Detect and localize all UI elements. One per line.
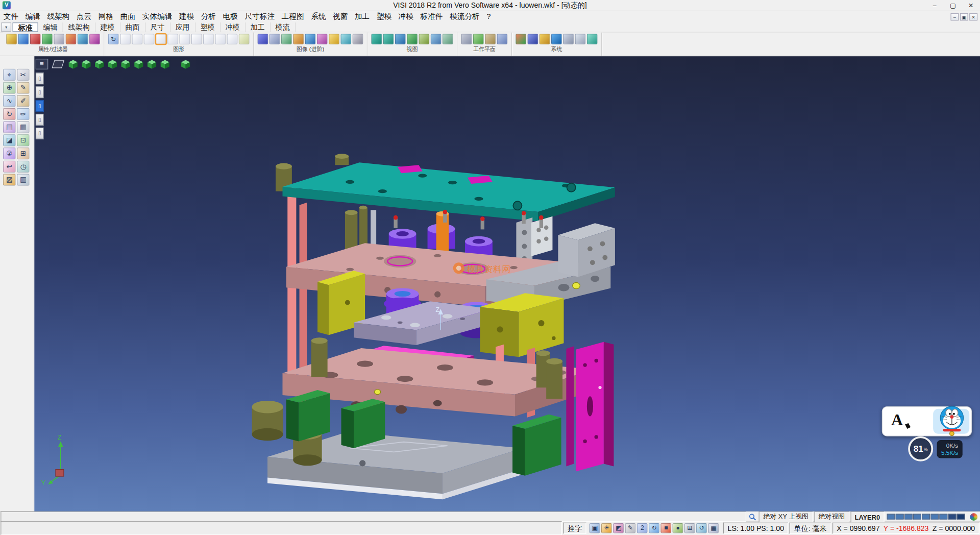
ribbon-tab[interactable]: 曲面 [120, 22, 145, 31]
desktop-helper-widget[interactable]: A [882, 406, 977, 465]
previous-view-icon[interactable] [419, 34, 429, 44]
workplane-align-icon[interactable] [485, 34, 496, 44]
menu-item[interactable]: 编辑 [22, 11, 44, 22]
menu-item[interactable]: 分析 [198, 11, 219, 22]
ribbon-tab[interactable]: 编辑 [38, 22, 63, 31]
mdi-minimize-button[interactable]: ‒ [950, 13, 959, 20]
zoom-all-icon[interactable] [371, 34, 382, 44]
ribbon-tab[interactable]: 模流 [271, 22, 296, 31]
lock-indicator[interactable]: 拴字 [564, 523, 586, 534]
tab-dropdown-button[interactable]: ▾ [1, 22, 11, 31]
view-bottom-icon[interactable] [147, 59, 157, 69]
palette-icon[interactable]: ▨ [3, 174, 15, 185]
stack-icon[interactable]: ▤ [3, 121, 15, 133]
menu-item[interactable]: 冲模 [395, 11, 417, 22]
menu-item[interactable]: 实体编辑 [139, 11, 176, 22]
doc-surface-icon[interactable] [191, 34, 202, 44]
layer-color-swatch[interactable] [939, 514, 947, 520]
menu-item[interactable]: 线架构 [44, 11, 74, 22]
regen-graphics-icon[interactable]: ↻ [108, 34, 119, 44]
ribbon-tab[interactable]: 应用 [170, 22, 195, 31]
menu-item[interactable]: 电极 [219, 11, 241, 22]
system-display-icon[interactable] [587, 34, 598, 44]
grid-toggle-icon[interactable]: ⊞ [684, 523, 695, 533]
layer-color-swatch[interactable] [930, 514, 939, 520]
multi-view-icon[interactable] [443, 34, 453, 44]
ribbon-tab[interactable]: 线架构 [63, 22, 95, 31]
measure-icon[interactable]: ⊞ [17, 148, 29, 159]
plane-view-icon[interactable] [52, 60, 64, 68]
workplane-icon[interactable] [461, 34, 472, 44]
sketch-icon[interactable]: ✐ [17, 95, 29, 107]
ribbon-tab[interactable]: 冲模 [220, 22, 246, 31]
menu-item[interactable]: 工程图 [278, 11, 308, 22]
hidden-line-icon[interactable] [281, 34, 292, 44]
pencil-icon[interactable]: ✎ [625, 523, 636, 533]
doc-solid-icon[interactable] [203, 34, 214, 44]
zoom-window-icon[interactable] [383, 34, 394, 44]
refresh-icon[interactable]: ↻ [649, 523, 659, 533]
view-right-icon[interactable] [120, 59, 131, 69]
wireframe-render-icon[interactable] [270, 34, 280, 44]
two-tool-icon[interactable]: ② [3, 148, 15, 159]
doc-points-icon[interactable] [215, 34, 226, 44]
select-filter-icon[interactable] [42, 34, 53, 44]
doc-mesh-icon[interactable] [167, 34, 178, 44]
workplane-view-icon[interactable] [497, 34, 507, 44]
close-button[interactable]: ✕ [962, 0, 980, 11]
layer-filter-icon[interactable] [54, 34, 64, 44]
layer-color-swatch[interactable] [913, 514, 921, 520]
sheet-toggle-1[interactable]: ▯ [36, 72, 44, 84]
shaded-render-icon[interactable] [257, 34, 268, 44]
clipboard-icon[interactable]: ▥ [17, 174, 29, 185]
mdi-close-button[interactable]: ✕ [969, 13, 977, 20]
palette-icon[interactable]: ◩ [613, 523, 624, 533]
sheet-toggle-2[interactable]: ▯ [36, 86, 44, 98]
menu-item[interactable]: 视窗 [329, 11, 351, 22]
transparency-icon[interactable] [340, 34, 351, 44]
filter-brush-icon[interactable] [18, 34, 29, 44]
doc-new-icon[interactable] [120, 34, 131, 44]
rotate-view-icon[interactable] [407, 34, 418, 44]
properties-icon[interactable] [6, 34, 17, 44]
absolute-view-indicator[interactable]: 绝对视图 [814, 511, 849, 522]
visibility-filter-icon[interactable] [78, 34, 88, 44]
table-icon[interactable]: ▦ [708, 523, 719, 533]
zoom-image-icon[interactable] [305, 34, 316, 44]
menu-item[interactable]: 塑模 [373, 11, 395, 22]
view-mode-indicator[interactable]: 绝对 XY 上视图 [759, 511, 813, 522]
view-left-icon[interactable] [108, 59, 118, 69]
doc-cylinder-icon[interactable] [132, 34, 142, 44]
orbit-icon[interactable]: ↺ [696, 523, 707, 533]
maximize-button[interactable]: ▢ [944, 0, 962, 11]
network-speed-badge[interactable]: 0K/s 5.5K/s [937, 440, 963, 458]
history-icon[interactable]: ◷ [17, 161, 29, 173]
edit-icon[interactable]: ✏ [17, 108, 29, 120]
ribbon-tab[interactable]: 塑模 [195, 22, 220, 31]
system-colors-icon[interactable] [516, 34, 526, 44]
solids-icon[interactable]: ◪ [3, 134, 15, 146]
solid-box-icon[interactable]: ■ [661, 523, 672, 533]
doc-prism-icon[interactable] [144, 34, 155, 44]
doc-curve-icon[interactable] [179, 34, 190, 44]
ribbon-tab[interactable]: 建模 [95, 22, 120, 31]
system-grid-icon[interactable] [527, 34, 538, 44]
system-calc-icon[interactable] [575, 34, 586, 44]
brightness-icon[interactable]: ☀ [601, 523, 612, 533]
ribbon-tab[interactable]: 加工 [246, 22, 271, 31]
monitor-icon[interactable]: ▣ [590, 523, 600, 533]
view-axon-icon[interactable] [160, 59, 170, 69]
menu-item[interactable]: 文件 [0, 11, 22, 22]
menu-item[interactable]: 网格 [95, 11, 117, 22]
view-back-icon[interactable] [94, 59, 105, 69]
layer-color-swatch[interactable] [922, 514, 930, 520]
system-world-icon[interactable] [551, 34, 562, 44]
menu-item[interactable]: 点云 [73, 11, 95, 22]
menu-item[interactable]: 标准件 [417, 11, 447, 22]
active-layer-indicator[interactable]: LAYER0 [850, 511, 885, 522]
trim-icon[interactable]: ✂ [17, 69, 29, 81]
menu-item[interactable]: 模流分析 [446, 11, 483, 22]
view-user-icon[interactable] [181, 59, 191, 69]
doc-selected-icon[interactable] [156, 34, 166, 44]
sheet-toggle-4[interactable]: ▯ [36, 114, 44, 126]
